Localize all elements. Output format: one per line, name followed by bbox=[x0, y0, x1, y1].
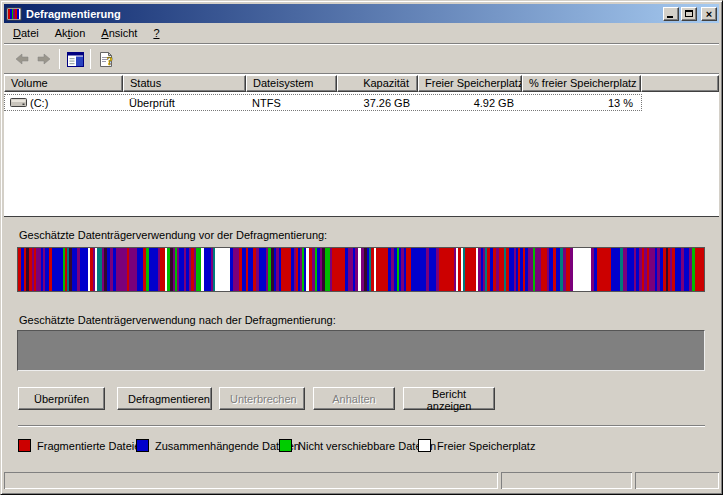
menu-item-ansicht[interactable]: Ansicht bbox=[93, 24, 145, 42]
usage-after-label: Geschätzte Datenträgerverwendung nach de… bbox=[19, 314, 336, 326]
toolbar-separator bbox=[59, 49, 60, 69]
legend-contiguous: Zusammenhängende Dateien bbox=[136, 439, 300, 452]
status-pane-main bbox=[4, 472, 498, 489]
column-header-prozent-frei[interactable]: % freier Speicherplatz bbox=[522, 75, 641, 92]
toolbar-separator bbox=[90, 49, 91, 69]
legend-divider bbox=[18, 425, 705, 427]
column-header-volume[interactable]: Volume bbox=[4, 75, 123, 92]
menu-item-datei[interactable]: Datei bbox=[5, 24, 47, 42]
volume-free-percent: 13 % bbox=[522, 97, 641, 109]
legend-fragmented-label: Fragmentierte Dateien bbox=[37, 440, 146, 452]
volume-list-header: Volume Status Dateisystem Kapazität Frei… bbox=[4, 75, 719, 92]
fragmented-swatch-icon bbox=[18, 439, 31, 452]
unmovable-swatch-icon bbox=[279, 439, 292, 452]
column-header-status[interactable]: Status bbox=[123, 75, 246, 92]
close-icon: × bbox=[706, 9, 712, 19]
maximize-icon bbox=[685, 10, 693, 17]
help-button[interactable]: ? bbox=[95, 48, 117, 70]
menu-item-aktion[interactable]: Aktion bbox=[47, 24, 94, 42]
usage-bar-before bbox=[17, 247, 705, 292]
column-header-kapazitaet[interactable]: Kapazität bbox=[337, 75, 418, 92]
defrag-app-icon bbox=[6, 6, 22, 22]
toolbar: ? bbox=[4, 45, 719, 74]
forward-arrow-icon bbox=[36, 51, 52, 67]
volume-list: Volume Status Dateisystem Kapazität Frei… bbox=[4, 75, 719, 217]
usage-bar-after bbox=[17, 330, 705, 371]
back-button[interactable] bbox=[11, 48, 33, 70]
forward-button[interactable] bbox=[33, 48, 55, 70]
minimize-icon bbox=[667, 16, 673, 18]
status-pane-3 bbox=[635, 472, 719, 489]
contiguous-swatch-icon bbox=[136, 439, 149, 452]
legend-free-space: Freier Speicherplatz bbox=[418, 439, 535, 452]
svg-text:?: ? bbox=[107, 54, 113, 68]
pause-button[interactable]: Unterbrechen bbox=[219, 387, 305, 410]
volume-status: Überprüft bbox=[123, 97, 246, 109]
show-console-tree-button[interactable] bbox=[64, 48, 86, 70]
help-icon: ? bbox=[98, 51, 115, 68]
legend-fragmented: Fragmentierte Dateien bbox=[18, 439, 146, 452]
analyze-button[interactable]: Überprüfen bbox=[18, 387, 105, 410]
title-bar: Defragmentierung × bbox=[4, 4, 719, 23]
volume-capacity: 37.26 GB bbox=[337, 97, 418, 109]
volume-filesystem: NTFS bbox=[246, 97, 337, 109]
menu-item-hilfe[interactable]: ? bbox=[145, 24, 167, 42]
status-pane-2 bbox=[501, 472, 632, 489]
column-header-filler bbox=[641, 75, 719, 92]
volume-free-space: 4.92 GB bbox=[418, 97, 522, 109]
window-title: Defragmentierung bbox=[22, 8, 661, 20]
show-console-tree-icon bbox=[67, 52, 84, 67]
defragment-button[interactable]: Defragmentieren bbox=[117, 387, 212, 410]
disk-drive-icon bbox=[10, 97, 27, 108]
legend-free-space-label: Freier Speicherplatz bbox=[437, 440, 535, 452]
minimize-button[interactable] bbox=[663, 7, 679, 21]
defrag-window: Defragmentierung × DateiAktionAnsicht? bbox=[0, 0, 723, 495]
free-space-swatch-icon bbox=[418, 439, 431, 452]
maximize-button[interactable] bbox=[681, 7, 697, 21]
volume-row-c[interactable]: (C:) Überprüft NTFS 37.26 GB 4.92 GB 13 … bbox=[4, 94, 642, 111]
back-arrow-icon bbox=[14, 51, 30, 67]
status-bar bbox=[4, 470, 719, 489]
volume-name: (C:) bbox=[30, 97, 48, 109]
column-header-dateisystem[interactable]: Dateisystem bbox=[246, 75, 337, 92]
legend-unmovable-label: Nicht verschiebbare Dateien bbox=[298, 440, 436, 452]
legend-unmovable: Nicht verschiebbare Dateien bbox=[279, 439, 436, 452]
menu-bar: DateiAktionAnsicht? bbox=[4, 23, 719, 44]
usage-before-label: Geschätzte Datenträgerverwendung vor der… bbox=[19, 229, 327, 241]
view-report-button[interactable]: Bericht anzeigen bbox=[403, 387, 495, 410]
column-header-freier-speicherplatz[interactable]: Freier Speicherplatz bbox=[418, 75, 522, 92]
close-button[interactable]: × bbox=[701, 7, 717, 21]
stop-button[interactable]: Anhalten bbox=[313, 387, 395, 410]
